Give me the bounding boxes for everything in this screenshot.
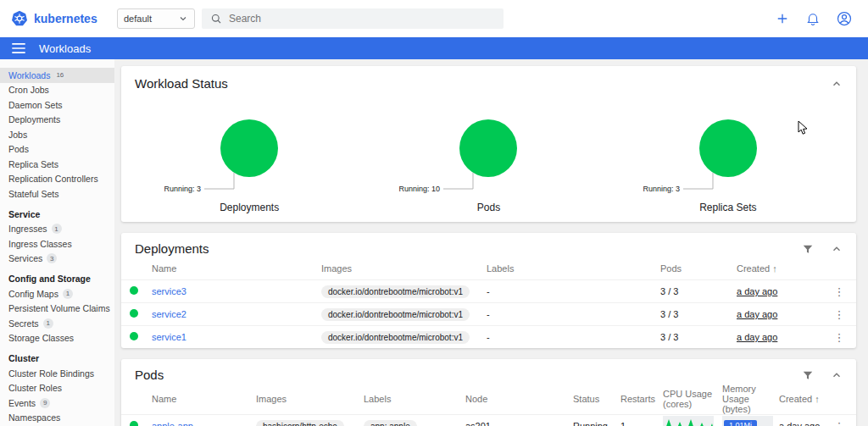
row-menu-icon[interactable]: ⋮	[831, 285, 848, 298]
chart-annotation: Running: 10	[399, 185, 441, 193]
sidebar-item-deployments[interactable]: Deployments	[0, 113, 114, 128]
column-header-pods[interactable]: Pods	[660, 263, 737, 274]
column-header-created[interactable]: Created↑	[779, 394, 831, 404]
labels-cell: -	[487, 332, 660, 342]
pods-cell: 3 / 3	[660, 332, 737, 342]
memory-value-badge: 1.01Mi	[724, 420, 757, 426]
column-header-node[interactable]: Node	[465, 394, 573, 404]
sidebar-item-label: Cluster Roles	[8, 383, 62, 393]
image-chip: docker.io/dontrebootme/microbot:v1	[321, 285, 470, 298]
sidebar-item-ingress-classes[interactable]: Ingress Classes	[0, 236, 114, 252]
deployment-row[interactable]: service3docker.io/dontrebootme/microbot:…	[121, 279, 856, 302]
deployment-name-link[interactable]: service3	[152, 286, 321, 296]
sidebar-item-stateful-sets[interactable]: Stateful Sets	[0, 186, 114, 202]
created-cell[interactable]: a day ago	[737, 309, 831, 319]
pod-name-link[interactable]: apple-app	[152, 421, 256, 426]
created-cell[interactable]: a day ago	[737, 332, 831, 342]
labels-cell: -	[487, 309, 660, 319]
brand-name: kubernetes	[34, 12, 97, 25]
donut-chart: Running: 10	[382, 94, 594, 199]
sidebar-item-cron-jobs[interactable]: Cron Jobs	[0, 83, 114, 98]
sort-ascending-icon: ↑	[815, 394, 820, 404]
collapse-card-button[interactable]	[831, 243, 843, 255]
row-menu-icon[interactable]: ⋮	[831, 331, 848, 344]
sidebar-item-label: Config Maps	[8, 289, 58, 299]
page-title: Workloads	[39, 42, 91, 55]
column-header-name[interactable]: Name	[152, 263, 321, 274]
sidebar-item-cluster-role-bindings[interactable]: Cluster Role Bindings	[0, 366, 114, 381]
column-header-cpu-usage-cores[interactable]: CPU Usage (cores)	[663, 389, 722, 409]
chart-annotation: Running: 3	[643, 185, 680, 193]
sidebar-item-label: Services	[8, 253, 42, 263]
search-bar[interactable]	[202, 8, 504, 29]
sidebar-item-label: Replica Sets	[8, 159, 58, 169]
sidebar-item-config-maps[interactable]: Config Maps1	[0, 286, 114, 302]
namespace-selector[interactable]: default	[117, 8, 195, 29]
notifications-button[interactable]	[805, 11, 821, 26]
column-header-status[interactable]: Status	[573, 394, 620, 404]
sidebar-item-label: Cron Jobs	[8, 85, 49, 95]
pods-table-body: apple-apphashicorp/http-echoapp: appleas…	[121, 414, 856, 426]
column-header-labels[interactable]: Labels	[487, 263, 660, 274]
filter-button[interactable]	[802, 243, 814, 255]
pod-row[interactable]: apple-apphashicorp/http-echoapp: appleas…	[121, 414, 856, 426]
sidebar-item-replica-sets[interactable]: Replica Sets	[0, 157, 114, 172]
deployment-row[interactable]: service2docker.io/dontrebootme/microbot:…	[121, 302, 856, 325]
sort-ascending-icon: ↑	[772, 263, 777, 274]
column-header-images[interactable]: Images	[256, 394, 364, 404]
count-badge: 1	[43, 318, 53, 329]
deployment-name-link[interactable]: service2	[152, 309, 321, 319]
kubernetes-logo-icon	[10, 9, 29, 28]
status-ok-dot	[130, 421, 138, 426]
deployment-row[interactable]: service1docker.io/dontrebootme/microbot:…	[121, 325, 856, 348]
sidebar: Workloads16Cron JobsDaemon SetsDeploymen…	[0, 59, 114, 426]
sidebar-item-secrets[interactable]: Secrets1	[0, 316, 114, 331]
sidebar-item-daemon-sets[interactable]: Daemon Sets	[0, 97, 114, 113]
column-header-created[interactable]: Created↑	[737, 263, 831, 274]
search-input[interactable]	[229, 13, 495, 25]
pods-table-header: NameImagesLabelsNodeStatusRestartsCPU Us…	[121, 384, 856, 414]
sidebar-item-label: Events	[8, 398, 36, 408]
sidebar-item-namespaces[interactable]: Namespaces	[0, 411, 114, 426]
sidebar-item-replication-controllers[interactable]: Replication Controllers	[0, 172, 114, 187]
collapse-card-button[interactable]	[831, 78, 843, 90]
row-menu-icon[interactable]: ⋮	[831, 420, 848, 426]
workload-chart-replica-sets: Running: 3Replica Sets	[622, 94, 834, 213]
count-badge: 1	[52, 224, 62, 234]
sidebar-item-ingresses[interactable]: Ingresses1	[0, 222, 114, 237]
create-resource-button[interactable]	[775, 11, 790, 26]
brand[interactable]: kubernetes	[10, 9, 112, 28]
collapse-card-button[interactable]	[831, 369, 843, 381]
created-cell[interactable]: a day ago	[779, 421, 831, 426]
sidebar-item-events[interactable]: Events9	[0, 396, 114, 411]
deployment-name-link[interactable]: service1	[152, 332, 321, 342]
column-header-labels[interactable]: Labels	[364, 394, 465, 404]
column-header-restarts[interactable]: Restarts	[620, 394, 663, 404]
count-badge: 16	[54, 70, 65, 80]
sidebar-item-cluster-roles[interactable]: Cluster Roles	[0, 381, 114, 396]
sidebar-item-jobs[interactable]: Jobs	[0, 127, 114, 142]
filter-button[interactable]	[802, 369, 814, 381]
pods-cell: 3 / 3	[660, 309, 737, 319]
sidebar-item-persistent-volume-claims[interactable]: Persistent Volume Claims1	[0, 302, 114, 317]
labels-cell: app: apple	[364, 420, 465, 426]
sidebar-item-storage-classes[interactable]: Storage Classes	[0, 331, 114, 346]
workload-chart-pods: Running: 10Pods	[382, 94, 594, 213]
chevron-up-icon	[831, 78, 843, 90]
account-button[interactable]	[836, 10, 853, 27]
main-content: Workload Status Running: 3DeploymentsRun…	[114, 59, 868, 426]
sidebar-item-services[interactable]: Services3	[0, 252, 114, 267]
sidebar-item-pods[interactable]: Pods	[0, 142, 114, 158]
status-cell	[130, 421, 152, 426]
deployments-table-header: NameImagesLabelsPodsCreated↑	[121, 257, 856, 279]
status-ok-dot	[130, 332, 138, 340]
column-header-images[interactable]: Images	[321, 263, 487, 274]
column-header-memory-usage-bytes[interactable]: Memory Usage (bytes)	[722, 384, 779, 414]
filter-icon	[802, 369, 814, 381]
sidebar-item-label: Persistent Volume Claims	[8, 303, 110, 313]
row-menu-icon[interactable]: ⋮	[831, 308, 848, 321]
menu-button[interactable]	[12, 43, 25, 53]
column-header-name[interactable]: Name	[152, 394, 256, 404]
sidebar-item-workloads[interactable]: Workloads16	[0, 68, 114, 83]
created-cell[interactable]: a day ago	[737, 286, 831, 296]
